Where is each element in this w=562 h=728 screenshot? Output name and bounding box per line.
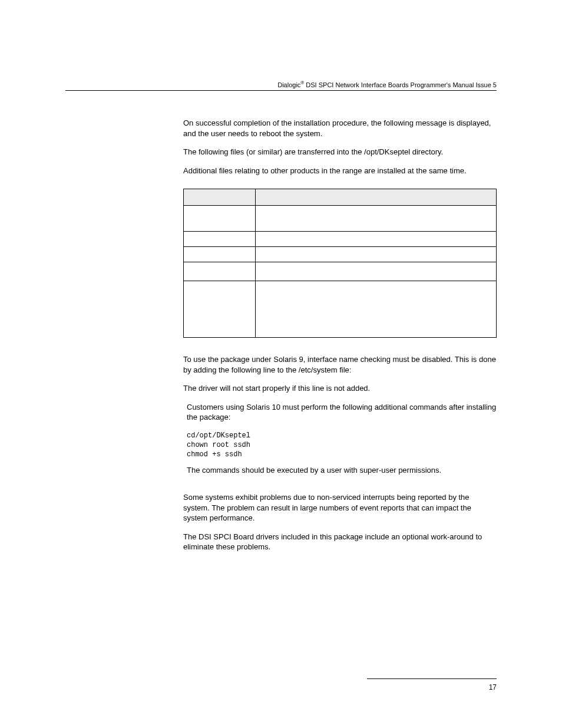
paragraph: The commands should be executed by a use… [187, 465, 497, 476]
page-number: 17 [489, 683, 497, 691]
table-cell [184, 232, 256, 247]
table-row [184, 247, 497, 262]
table-header-cell [256, 189, 497, 206]
table-cell [256, 281, 497, 338]
table-row [184, 232, 497, 247]
paragraph: The driver will not start properly if th… [183, 383, 497, 394]
paragraph: Some systems exhibit problems due to non… [183, 492, 497, 523]
header-title: DSI SPCI Network Interface Boards Progra… [304, 81, 497, 88]
paragraph: The DSI SPCI Board drivers included in t… [183, 532, 497, 552]
header-rule [65, 90, 497, 91]
table-cell [256, 232, 497, 247]
files-table [183, 189, 497, 338]
page: Dialogic® DSI SPCI Network Interface Boa… [0, 0, 562, 728]
table-cell [256, 206, 497, 232]
table-row [184, 281, 497, 338]
table-header-cell [184, 189, 256, 206]
paragraph: The following files (or similar) are tra… [183, 147, 497, 157]
table-cell [256, 247, 497, 262]
paragraph: Additional files relating to other produ… [183, 166, 497, 176]
paragraph: Customers using Solaris 10 must perform … [187, 402, 497, 423]
table-header-row [184, 189, 497, 206]
table-cell [256, 262, 497, 281]
table-cell [184, 206, 256, 232]
header-brand: Dialogic [277, 81, 300, 88]
table-row [184, 262, 497, 281]
paragraph: On successful completion of the installa… [183, 118, 497, 139]
running-header: Dialogic® DSI SPCI Network Interface Boa… [277, 80, 497, 88]
paragraph: To use the package under Solaris 9, inte… [183, 354, 497, 375]
table-row [184, 206, 497, 232]
table-cell [184, 247, 256, 262]
table-cell [184, 281, 256, 338]
body-content: On successful completion of the installa… [183, 118, 497, 561]
solaris10-block: Customers using Solaris 10 must perform … [187, 402, 497, 476]
table-cell [184, 262, 256, 281]
footer-rule [367, 678, 497, 679]
command-block: cd/opt/DKseptel chown root ssdh chmod +s… [187, 431, 497, 460]
